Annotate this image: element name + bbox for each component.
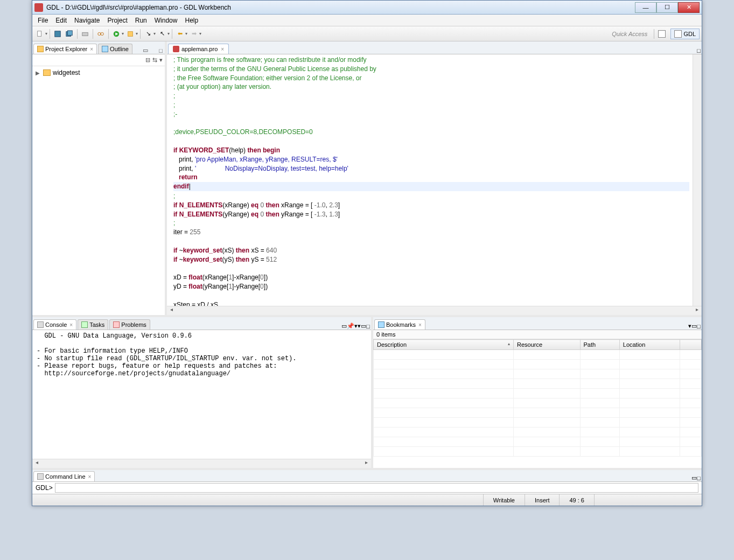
view-maximize-icon[interactable]: □ bbox=[157, 47, 165, 54]
app-icon bbox=[34, 3, 43, 12]
scroll-left-icon[interactable]: ◂ bbox=[167, 306, 176, 315]
col-path[interactable]: Path bbox=[580, 340, 619, 350]
dropdown-icon[interactable]: ▾ bbox=[122, 31, 124, 36]
run-button[interactable] bbox=[111, 29, 122, 39]
col-description[interactable]: Description▴ bbox=[374, 340, 514, 350]
clear-console-icon[interactable]: ▭ bbox=[341, 323, 347, 330]
svg-rect-4 bbox=[82, 32, 88, 36]
dropdown-icon[interactable]: ▾ bbox=[136, 31, 138, 36]
view-maximize-icon[interactable]: □ bbox=[366, 323, 370, 330]
perspective-gdl[interactable]: GDL bbox=[670, 29, 700, 39]
maximize-button[interactable]: ☐ bbox=[656, 2, 678, 13]
close-icon[interactable]: × bbox=[221, 46, 224, 52]
menu-project[interactable]: Project bbox=[104, 16, 130, 25]
close-icon[interactable]: × bbox=[418, 322, 422, 328]
external-tools-button[interactable] bbox=[125, 29, 136, 39]
save-all-button[interactable] bbox=[64, 29, 75, 39]
bookmarks-table[interactable]: Description▴ Resource Path Location bbox=[373, 339, 702, 468]
tab-project-explorer[interactable]: Project Explorer × bbox=[33, 44, 97, 54]
link-editor-icon[interactable]: ⇆ bbox=[152, 57, 157, 64]
pin-console-icon[interactable]: 📌 bbox=[347, 323, 354, 330]
tab-bookmarks[interactable]: Bookmarks × bbox=[374, 319, 425, 330]
folder-icon bbox=[37, 46, 44, 52]
table-row[interactable] bbox=[374, 398, 702, 408]
collapse-all-icon[interactable]: ⊟ bbox=[145, 57, 150, 64]
table-row[interactable] bbox=[374, 447, 702, 457]
status-insert-mode[interactable]: Insert bbox=[525, 494, 560, 506]
scroll-right-icon[interactable]: ▸ bbox=[693, 306, 702, 315]
close-icon[interactable]: × bbox=[90, 46, 93, 52]
dropdown-icon[interactable]: ▾ bbox=[45, 31, 47, 36]
print-button[interactable] bbox=[80, 29, 90, 39]
save-button[interactable] bbox=[52, 29, 63, 39]
view-maximize-icon[interactable]: □ bbox=[697, 323, 701, 330]
tree-item-widgetest[interactable]: ▶ widgetest bbox=[33, 68, 164, 77]
link-button[interactable] bbox=[95, 29, 106, 39]
table-row[interactable] bbox=[374, 379, 702, 389]
table-row[interactable] bbox=[374, 369, 702, 379]
close-icon[interactable]: × bbox=[69, 322, 73, 328]
status-writable: Writable bbox=[483, 494, 525, 506]
table-row[interactable] bbox=[374, 437, 702, 447]
view-minimize-icon[interactable]: ▭ bbox=[691, 323, 697, 330]
console-icon bbox=[37, 321, 44, 328]
project-explorer-view: Project Explorer × Outline ▭ □ ⊟ ⇆ ▾ bbox=[32, 41, 167, 315]
dropdown-icon[interactable]: ▾ bbox=[199, 31, 201, 36]
dropdown-icon[interactable]: ▾ bbox=[167, 31, 170, 36]
command-input[interactable] bbox=[55, 483, 698, 493]
vertical-scrollbar[interactable] bbox=[693, 54, 702, 306]
outline-icon bbox=[102, 46, 108, 52]
dropdown-icon[interactable]: ▾ bbox=[153, 31, 156, 36]
tab-tasks[interactable]: Tasks bbox=[78, 319, 108, 330]
open-perspective-button[interactable] bbox=[656, 29, 667, 39]
view-minimize-icon[interactable]: ▭ bbox=[361, 323, 366, 330]
editor-tab-appleman[interactable]: appleman.pro × bbox=[168, 44, 229, 54]
close-button[interactable]: ✕ bbox=[678, 2, 700, 13]
close-icon[interactable]: × bbox=[88, 474, 92, 480]
table-row[interactable] bbox=[374, 408, 702, 418]
bookmarks-count: 0 items bbox=[373, 330, 702, 339]
tab-outline[interactable]: Outline bbox=[98, 44, 132, 54]
table-row[interactable] bbox=[374, 360, 702, 369]
expand-icon[interactable]: ▶ bbox=[34, 70, 41, 76]
next-annotation-button[interactable]: ↘ bbox=[143, 29, 153, 39]
menu-navigate[interactable]: Navigate bbox=[71, 16, 103, 25]
view-minimize-icon[interactable]: ▭ bbox=[691, 474, 697, 481]
tab-command-line[interactable]: Command Line × bbox=[33, 471, 95, 481]
titlebar[interactable]: GDL - D:\#GDL\#gdl\#src\#pro\#appleman.p… bbox=[32, 1, 702, 15]
view-minimize-icon[interactable]: ▭ bbox=[141, 47, 150, 54]
console-scrollbar[interactable]: ◂▸ bbox=[32, 459, 371, 468]
col-resource[interactable]: Resource bbox=[514, 340, 581, 350]
code-editor[interactable]: ; This program is free software; you can… bbox=[167, 54, 693, 306]
quick-access[interactable]: Quick Access bbox=[607, 30, 652, 38]
gdl-perspective-icon bbox=[674, 30, 682, 38]
table-row[interactable] bbox=[374, 389, 702, 398]
prev-annotation-button[interactable]: ↖ bbox=[157, 29, 167, 39]
menu-edit[interactable]: Edit bbox=[52, 16, 70, 25]
tab-console[interactable]: Console × bbox=[33, 319, 76, 330]
dropdown-icon[interactable]: ▾ bbox=[185, 31, 187, 36]
table-row[interactable] bbox=[374, 428, 702, 437]
col-location[interactable]: Location bbox=[619, 340, 680, 350]
window-controls: — ☐ ✕ bbox=[635, 2, 700, 13]
view-menu-icon[interactable]: ▾ bbox=[159, 57, 163, 64]
new-button[interactable] bbox=[34, 29, 45, 39]
table-row[interactable] bbox=[374, 418, 702, 428]
minimize-button[interactable]: — bbox=[635, 2, 656, 13]
tab-problems[interactable]: Problems bbox=[109, 319, 150, 330]
menu-run[interactable]: Run bbox=[132, 16, 150, 25]
editor-area: appleman.pro × □ ; This program is free … bbox=[167, 41, 702, 315]
forward-button[interactable]: ➡ bbox=[188, 29, 199, 39]
view-maximize-icon[interactable]: □ bbox=[697, 47, 701, 54]
back-button[interactable]: ⬅ bbox=[174, 29, 185, 39]
bookmark-icon bbox=[378, 321, 385, 328]
menu-file[interactable]: File bbox=[34, 16, 51, 25]
table-row[interactable] bbox=[374, 350, 702, 360]
horizontal-scrollbar[interactable]: ◂ ▸ bbox=[167, 306, 702, 315]
project-tree[interactable]: ▶ widgetest bbox=[32, 66, 165, 315]
menu-help[interactable]: Help bbox=[181, 16, 201, 25]
menu-window[interactable]: Window bbox=[151, 16, 181, 25]
col-extra[interactable] bbox=[680, 340, 702, 350]
view-maximize-icon[interactable]: □ bbox=[697, 475, 701, 481]
console-output[interactable]: GDL - GNU Data Language, Version 0.9.6 -… bbox=[32, 330, 371, 459]
